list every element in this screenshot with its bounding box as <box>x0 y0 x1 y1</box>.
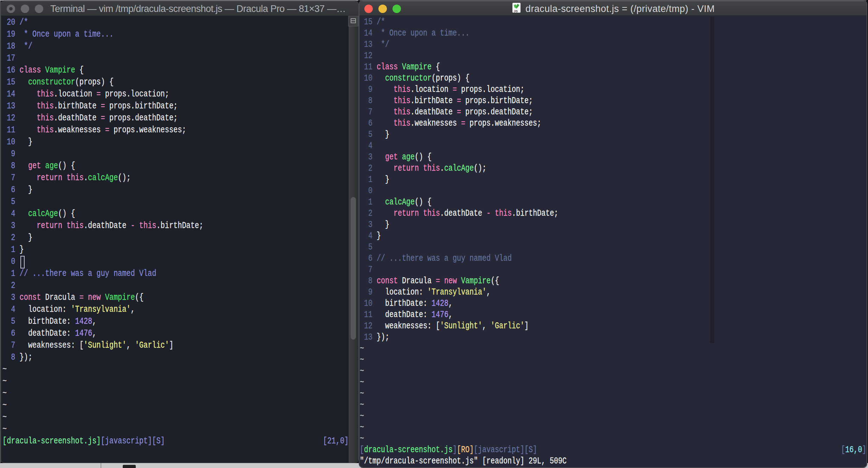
svg-text:JS: JS <box>514 9 518 13</box>
